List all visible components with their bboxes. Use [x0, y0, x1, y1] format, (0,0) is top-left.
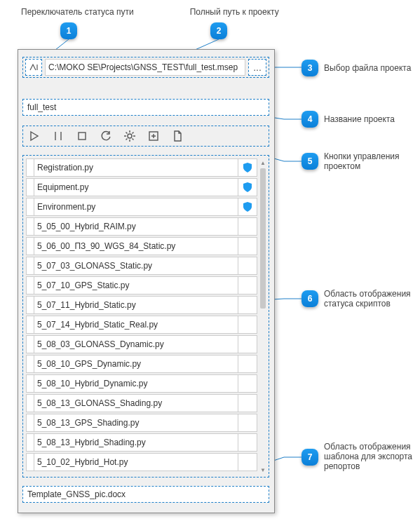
script-handle[interactable]	[26, 237, 34, 255]
project-panel: C:\MOKO SE\Projects\GNSS_TEST\full_test.…	[18, 49, 275, 513]
scroll-thumb[interactable]	[260, 168, 266, 309]
script-status-cell	[238, 374, 257, 393]
callout-badge-1: 1	[60, 22, 77, 39]
script-handle[interactable]	[26, 257, 34, 275]
script-status-cell	[238, 335, 257, 353]
callout-1-text: Переключатель статуса пути	[21, 7, 134, 17]
callout-5-text: Кнопки управления проектом	[324, 151, 420, 171]
browse-project-button[interactable]: ...	[248, 59, 266, 76]
script-row[interactable]: 5_10_02_Hybrid_Hot.py	[26, 453, 257, 471]
project-toolbar	[22, 126, 269, 147]
new-file-button[interactable]	[169, 128, 186, 144]
script-status-cell	[238, 257, 257, 275]
scrollbar[interactable]: ▲ ▼	[259, 158, 267, 474]
reload-button[interactable]	[97, 128, 114, 144]
script-status-cell	[238, 316, 257, 334]
script-name: 5_08_13_GLONASS_Shading.py	[34, 394, 238, 412]
callout-7-text: Область отображения шаблона для экспорта…	[324, 442, 420, 471]
add-button[interactable]	[145, 128, 162, 144]
script-list-area: Registration.pyEquipment.pyEnvironment.p…	[22, 155, 269, 478]
callout-badge-7: 7	[302, 449, 318, 466]
callout-badge-5: 5	[302, 153, 318, 170]
script-name: 5_08_10_Hybrid_Dynamic.py	[34, 374, 238, 393]
project-name-field[interactable]: full_test	[22, 99, 269, 116]
script-status-cell	[238, 296, 257, 314]
script-name: 5_07_11_Hybrid_Static.py	[34, 296, 238, 314]
callout-4-text: Название проекта	[324, 114, 395, 124]
pause-button[interactable]	[50, 128, 67, 144]
script-status-cell	[238, 453, 257, 471]
script-handle[interactable]	[26, 276, 34, 295]
callout-badge-4: 4	[302, 111, 318, 128]
script-handle[interactable]	[26, 296, 34, 314]
script-status-cell	[238, 276, 257, 295]
script-status-cell	[238, 178, 257, 196]
callout-badge-2: 2	[210, 22, 227, 39]
script-name: 5_07_03_GLONASS_Static.py	[34, 257, 238, 275]
script-name: 5_07_10_GPS_Static.py	[34, 276, 238, 295]
script-row[interactable]: 5_07_03_GLONASS_Static.py	[26, 257, 257, 275]
script-status-cell	[238, 394, 257, 412]
scroll-down-icon[interactable]: ▼	[259, 466, 267, 474]
callout-6-text: Область отображения статуса скриптов	[324, 289, 420, 309]
script-row[interactable]: 5_07_11_Hybrid_Static.py	[26, 296, 257, 314]
script-status-cell	[238, 198, 257, 216]
script-name: 5_05_00_Hybrid_RAIM.py	[34, 217, 238, 236]
script-name: 5_10_02_Hybrid_Hot.py	[34, 453, 238, 471]
path-row: C:\MOKO SE\Projects\GNSS_TEST\full_test.…	[22, 57, 269, 78]
shield-icon	[243, 163, 252, 172]
script-row[interactable]: 5_08_13_GPS_Shading.py	[26, 414, 257, 432]
script-row[interactable]: 5_07_14_Hybrid_Static_Real.py	[26, 316, 257, 334]
scroll-up-icon[interactable]: ▲	[259, 158, 267, 167]
svg-rect-2	[79, 133, 86, 140]
script-name: 5_08_03_GLONASS_Dynamic.py	[34, 335, 238, 353]
svg-point-3	[128, 134, 132, 138]
script-row[interactable]: Environment.py	[26, 198, 257, 216]
script-handle[interactable]	[26, 178, 34, 196]
script-status-cell	[238, 158, 257, 177]
shield-icon	[243, 202, 252, 212]
script-status-cell	[238, 217, 257, 236]
script-name: Registration.py	[34, 158, 238, 177]
script-status-cell	[238, 355, 257, 373]
script-row[interactable]: 5_06_00_ПЗ_90_WGS_84_Static.py	[26, 237, 257, 255]
stop-button[interactable]	[74, 128, 90, 144]
script-name: 5_07_14_Hybrid_Static_Real.py	[34, 316, 238, 334]
script-handle[interactable]	[26, 414, 34, 432]
script-handle[interactable]	[26, 217, 34, 236]
settings-button[interactable]	[121, 128, 138, 144]
script-row[interactable]: Equipment.py	[26, 178, 257, 196]
script-row[interactable]: Registration.py	[26, 158, 257, 177]
script-handle[interactable]	[26, 316, 34, 334]
script-handle[interactable]	[26, 355, 34, 373]
script-name: 5_08_13_Hybrid_Shading.py	[34, 433, 238, 452]
callout-3-text: Выбор файла проекта	[324, 63, 411, 73]
script-status-cell	[238, 237, 257, 255]
script-row[interactable]: 5_08_13_Hybrid_Shading.py	[26, 433, 257, 452]
script-handle[interactable]	[26, 374, 34, 393]
script-name: 5_08_10_GPS_Dynamic.py	[34, 355, 238, 373]
script-handle[interactable]	[26, 335, 34, 353]
callout-badge-3: 3	[302, 60, 318, 76]
script-row[interactable]: 5_07_10_GPS_Static.py	[26, 276, 257, 295]
script-row[interactable]: 5_08_10_GPS_Dynamic.py	[26, 355, 257, 373]
project-path-field[interactable]: C:\MOKO SE\Projects\GNSS_TEST\full_test.…	[45, 59, 245, 76]
script-status-cell	[238, 433, 257, 452]
script-name: 5_08_13_GPS_Shading.py	[34, 414, 238, 432]
script-handle[interactable]	[26, 198, 34, 216]
script-row[interactable]: 5_08_03_GLONASS_Dynamic.py	[26, 335, 257, 353]
report-template-field[interactable]: Template_GNSS_pic.docx	[22, 486, 269, 503]
shield-icon	[243, 182, 252, 192]
script-handle[interactable]	[26, 394, 34, 412]
script-handle[interactable]	[26, 453, 34, 471]
callout-badge-6: 6	[302, 290, 318, 307]
path-status-toggle[interactable]	[25, 59, 42, 76]
play-button[interactable]	[26, 128, 43, 144]
script-row[interactable]: 5_08_13_GLONASS_Shading.py	[26, 394, 257, 412]
script-handle[interactable]	[26, 158, 34, 177]
script-row[interactable]: 5_05_00_Hybrid_RAIM.py	[26, 217, 257, 236]
script-row[interactable]: 5_08_10_Hybrid_Dynamic.py	[26, 374, 257, 393]
script-name: Equipment.py	[34, 178, 238, 196]
script-handle[interactable]	[26, 433, 34, 452]
script-status-cell	[238, 414, 257, 432]
